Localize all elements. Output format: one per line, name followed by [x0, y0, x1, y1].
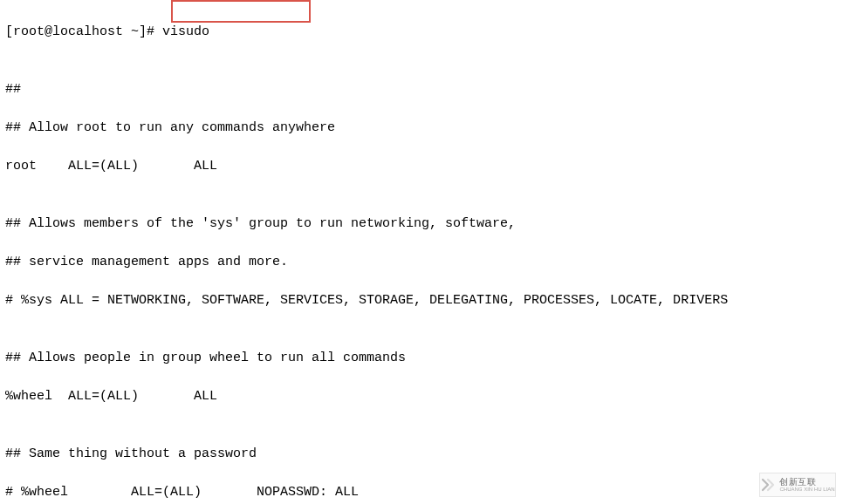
terminal-line: # %wheel ALL=(ALL) NOPASSWD: ALL — [5, 483, 838, 502]
terminal-output: [root@localhost ~]# visudo ## ## Allow r… — [0, 0, 843, 504]
terminal-line: # %sys ALL = NETWORKING, SOFTWARE, SERVI… — [5, 291, 838, 310]
terminal-line: %wheel ALL=(ALL) ALL — [5, 387, 838, 406]
terminal-line: ## Same thing without a password — [5, 445, 838, 464]
watermark-text-cn: 创新互联 — [779, 478, 816, 487]
terminal-line: ## service management apps and more. — [5, 253, 838, 272]
watermark-text-pinyin: CHUANG XIN HU LIAN — [779, 487, 834, 492]
terminal-line: [root@localhost ~]# visudo — [5, 23, 838, 42]
terminal-line: ## Allows members of the 'sys' group to … — [5, 215, 838, 234]
terminal-line: root ALL=(ALL) ALL — [5, 157, 838, 176]
command-highlight-box — [171, 0, 311, 23]
terminal-line: ## — [5, 80, 838, 99]
watermark-badge: 创新互联 CHUANG XIN HU LIAN — [759, 473, 836, 497]
watermark-logo-icon — [760, 477, 776, 493]
terminal-line: ## Allows people in group wheel to run a… — [5, 349, 838, 368]
terminal-line: ## Allow root to run any commands anywhe… — [5, 119, 838, 138]
